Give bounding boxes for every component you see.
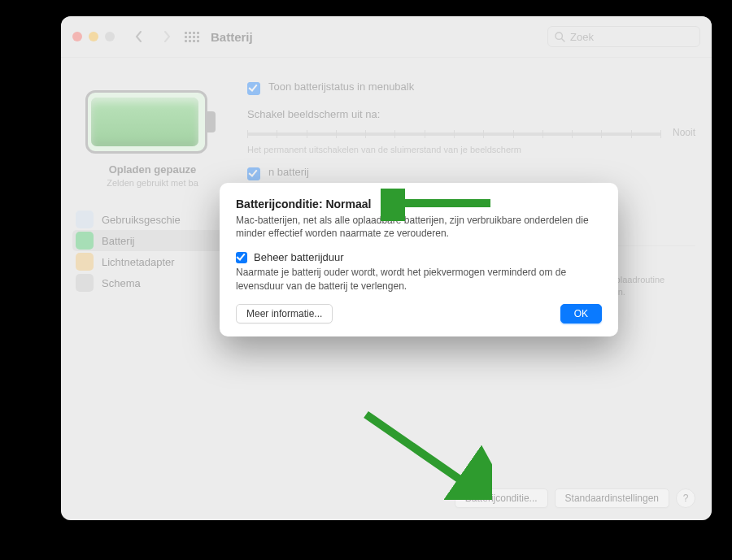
ok-button[interactable]: OK [560, 304, 602, 323]
manage-battery-longevity-help: Naarmate je batterij ouder wordt, wordt … [236, 266, 602, 292]
manage-battery-longevity-checkbox[interactable] [236, 252, 247, 263]
manage-battery-longevity-label: Beheer batterijduur [254, 251, 344, 263]
dialog-title: Batterijconditie: Normaal [236, 198, 602, 211]
battery-condition-dialog: Batterijconditie: Normaal Mac-batterijen… [220, 183, 618, 336]
dialog-description: Mac-batterijen, net als alle oplaadbare … [236, 214, 602, 240]
more-info-button[interactable]: Meer informatie... [236, 304, 333, 323]
